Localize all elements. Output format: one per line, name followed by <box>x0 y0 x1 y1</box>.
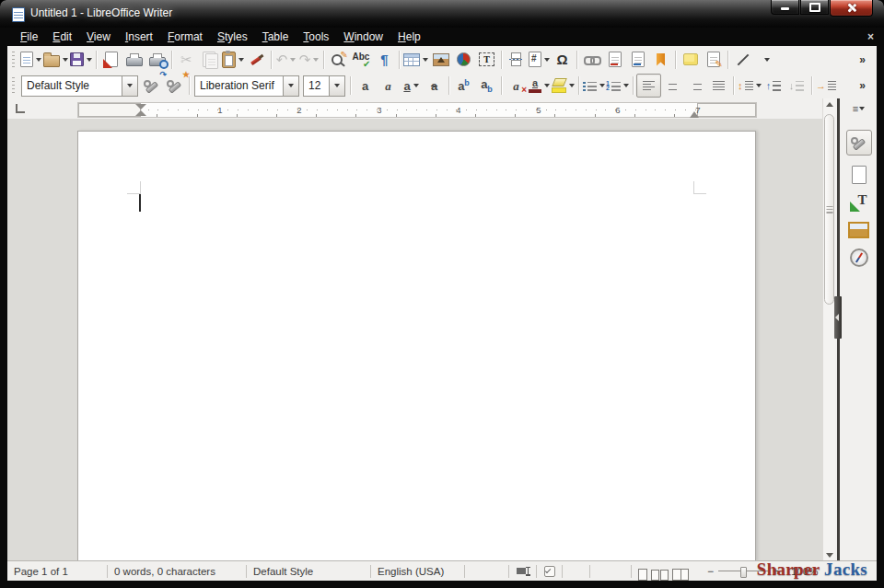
update-style-button[interactable]: ↷ <box>140 75 163 97</box>
highlight-dropdown-arrow[interactable] <box>569 84 575 87</box>
minimize-button[interactable] <box>771 0 799 15</box>
field-dropdown-arrow[interactable] <box>544 58 550 62</box>
insert-text-box-button[interactable]: T <box>475 49 498 71</box>
justify-button[interactable] <box>707 75 730 97</box>
align-left-button[interactable] <box>636 74 661 98</box>
book-view-button[interactable] <box>672 569 689 581</box>
insert-footnote-button[interactable] <box>603 49 626 71</box>
copy-button[interactable] <box>198 49 221 71</box>
subscript-button[interactable]: ab <box>475 75 498 97</box>
paste-button[interactable] <box>221 49 245 71</box>
export-pdf-button[interactable] <box>99 49 122 71</box>
zoom-slider-handle[interactable] <box>740 567 747 578</box>
undo-dropdown-arrow[interactable] <box>290 58 296 62</box>
font-color-dropdown-arrow[interactable] <box>544 84 550 87</box>
close-button[interactable] <box>830 0 873 17</box>
basic-shapes-button[interactable] <box>754 49 777 71</box>
menu-insert[interactable]: Insert <box>118 29 160 45</box>
table-dropdown-arrow[interactable] <box>423 58 428 62</box>
page-number-status[interactable]: Page 1 of 1 <box>7 561 107 581</box>
sidebar-tab-styles[interactable]: T <box>847 190 871 214</box>
redo-button[interactable]: ↷ <box>297 49 320 71</box>
redo-dropdown-arrow[interactable] <box>313 58 319 62</box>
menu-table[interactable]: Table <box>255 29 297 45</box>
title-bar[interactable]: Untitled 1 - LibreOffice Writer <box>0 0 884 28</box>
new-style-button[interactable]: ★ <box>163 75 186 97</box>
sidebar-settings-button[interactable]: ≡ <box>847 100 871 117</box>
paragraph-style-combo[interactable]: Default Style <box>21 75 138 97</box>
document-page[interactable] <box>77 131 756 561</box>
menu-styles[interactable]: Styles <box>210 29 255 45</box>
menu-tools[interactable]: Tools <box>296 29 336 45</box>
formatting-marks-button[interactable]: ¶ <box>373 49 396 71</box>
numbering-dropdown-arrow[interactable] <box>623 84 629 87</box>
print-button[interactable] <box>122 49 145 71</box>
horizontal-ruler[interactable]: 1 2 3 4 5 6 7 <box>77 102 757 118</box>
sidebar-tab-page[interactable] <box>847 163 871 187</box>
line-spacing-button[interactable]: ↕ <box>737 75 762 97</box>
open-button[interactable] <box>42 49 69 71</box>
close-document-button[interactable]: × <box>867 31 874 42</box>
left-margin-area[interactable] <box>78 103 141 117</box>
menu-file[interactable]: File <box>13 29 45 45</box>
single-page-view-button[interactable] <box>638 569 647 581</box>
right-margin-area[interactable] <box>697 103 756 117</box>
font-name-combo[interactable]: Liberation Serif <box>194 75 299 97</box>
insert-mode-status[interactable] <box>509 561 536 581</box>
sidebar-hide-splitter[interactable] <box>834 296 842 339</box>
font-size-combo[interactable]: 12 <box>303 75 345 97</box>
track-changes-button[interactable]: ✎ <box>702 49 725 71</box>
align-right-button[interactable] <box>684 75 707 97</box>
menu-edit[interactable]: Edit <box>45 29 79 45</box>
insert-bookmark-button[interactable] <box>649 49 672 71</box>
new-dropdown-arrow[interactable] <box>36 58 41 62</box>
decrease-paragraph-spacing-button[interactable]: ↓ <box>785 75 808 97</box>
formatting-more-options-button[interactable]: » <box>851 75 874 97</box>
right-margin-marker[interactable] <box>690 111 699 118</box>
zoom-out-button[interactable]: − <box>707 566 714 577</box>
scroll-up-button[interactable] <box>823 98 835 110</box>
cut-button[interactable]: ✂ <box>175 49 198 71</box>
maximize-button[interactable] <box>800 0 829 15</box>
insert-field-button[interactable]: # <box>528 49 551 71</box>
line-spacing-dropdown-arrow[interactable] <box>756 84 762 87</box>
page-style-status[interactable]: Default Style <box>247 561 370 581</box>
unordered-list-button[interactable] <box>582 75 606 97</box>
menu-help[interactable]: Help <box>390 29 428 45</box>
writer-app-icon[interactable] <box>12 7 25 22</box>
insert-image-button[interactable] <box>429 49 452 71</box>
italic-button[interactable]: a <box>377 75 400 97</box>
shapes-dropdown-arrow[interactable] <box>764 58 770 62</box>
highlight-color-button[interactable] <box>551 75 576 97</box>
insert-hyperlink-button[interactable] <box>580 49 603 71</box>
bold-button[interactable]: a <box>354 75 377 97</box>
insert-chart-button[interactable] <box>452 49 475 71</box>
strikethrough-button[interactable]: a <box>423 75 446 97</box>
save-dropdown-arrow[interactable] <box>87 58 92 62</box>
toolbar-grip[interactable] <box>12 77 15 94</box>
scrollbar-thumb[interactable] <box>824 114 834 305</box>
vertical-scrollbar[interactable] <box>822 98 835 561</box>
underline-dropdown-arrow[interactable] <box>413 84 419 87</box>
font-color-button[interactable]: a <box>528 75 551 97</box>
increase-paragraph-spacing-button[interactable]: ↑ <box>762 75 785 97</box>
sidebar-tab-properties[interactable] <box>846 130 872 156</box>
increase-indent-button[interactable]: → <box>815 75 838 97</box>
font-name-dropdown-button[interactable] <box>283 76 298 96</box>
word-count-status[interactable]: 0 words, 0 characters <box>108 561 246 581</box>
clone-formatting-button[interactable] <box>245 49 268 71</box>
clear-formatting-button[interactable]: a× <box>505 75 528 97</box>
multi-page-view-button[interactable] <box>651 570 669 581</box>
find-replace-button[interactable]: ✎ <box>327 49 350 71</box>
insert-page-break-button[interactable] <box>505 49 528 71</box>
insert-line-button[interactable] <box>731 49 754 71</box>
insert-table-button[interactable] <box>402 49 429 71</box>
tab-stop-selector[interactable] <box>16 104 25 113</box>
toolbar-grip[interactable] <box>12 52 15 68</box>
bullets-dropdown-arrow[interactable] <box>599 84 605 87</box>
undo-button[interactable]: ↶ <box>274 49 297 71</box>
sidebar-tab-gallery[interactable] <box>847 218 871 242</box>
selection-mode-status[interactable] <box>537 561 562 581</box>
insert-special-character-button[interactable]: Ω <box>551 49 574 71</box>
underline-button[interactable]: a <box>400 75 423 97</box>
